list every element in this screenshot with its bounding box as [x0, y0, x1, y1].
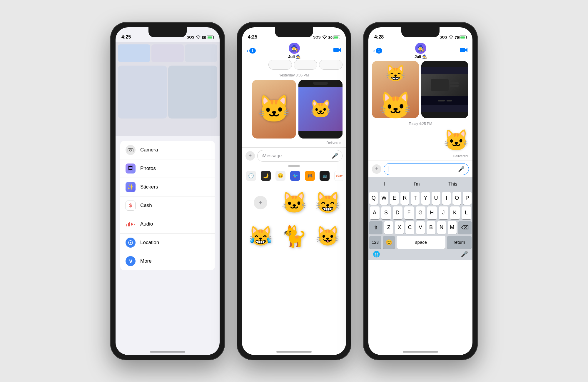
- key-r[interactable]: R: [400, 192, 409, 205]
- menu-item-more[interactable]: ∨ More: [120, 252, 215, 270]
- add-attachment-btn-2[interactable]: +: [245, 151, 255, 161]
- key-v[interactable]: V: [416, 221, 425, 234]
- menu-item-photos[interactable]: 🖼 Photos: [120, 159, 215, 178]
- dictation-icon-3[interactable]: 🎤: [461, 251, 468, 258]
- camera-label: Camera: [140, 147, 158, 153]
- phone-1: 4:25 SOS 80: [110, 22, 225, 360]
- app-icon-tv[interactable]: 📺: [320, 171, 330, 181]
- key-row-2: A S D F G H J K L: [369, 206, 472, 219]
- key-u[interactable]: U: [432, 192, 440, 205]
- key-d[interactable]: D: [393, 206, 402, 219]
- key-l[interactable]: L: [462, 206, 471, 219]
- sticker-cat-5[interactable]: 😺: [311, 220, 344, 252]
- key-return[interactable]: return: [447, 236, 472, 249]
- chevron-left-2: ‹: [247, 47, 249, 55]
- sticker-plus-btn-2[interactable]: +: [244, 186, 277, 219]
- keyboard-bottom-bar: 🌐 🎤: [369, 249, 472, 259]
- p3-cat-sticker-overlay: 🐱: [379, 90, 412, 121]
- svg-rect-6: [131, 223, 132, 226]
- key-s[interactable]: S: [381, 206, 391, 219]
- app-icon-game[interactable]: 🎮: [305, 171, 315, 181]
- back-button-3[interactable]: ‹ 1: [373, 47, 382, 55]
- status-time-1: 4:25: [121, 34, 131, 40]
- key-row-bottom: 123 😊 space return: [369, 236, 472, 249]
- key-f[interactable]: F: [404, 206, 414, 219]
- key-w[interactable]: W: [380, 192, 388, 205]
- contact-avatar-2[interactable]: 🧙‍♀️: [289, 43, 300, 54]
- sticker-cat-1[interactable]: 🐱: [278, 186, 310, 219]
- key-g[interactable]: G: [416, 206, 425, 219]
- phone-screenshot-msg: 🐱: [298, 80, 343, 139]
- key-t[interactable]: T: [411, 192, 420, 205]
- key-123[interactable]: 123: [369, 236, 381, 249]
- nav-bar-2: ‹ 1 🧙‍♀️ Juli 🧙‍♀️: [242, 42, 346, 60]
- notch-3: [401, 27, 440, 37]
- key-b[interactable]: B: [427, 221, 435, 234]
- key-h[interactable]: H: [427, 206, 437, 219]
- video-call-btn-2[interactable]: [333, 47, 341, 55]
- phone-3-screen: 4:28 SOS 79: [368, 27, 472, 355]
- scroll-pill-2: [288, 165, 300, 167]
- app-icon-periscope[interactable]: 🐦: [290, 171, 300, 181]
- sent-sticker-cat: 🐱: [443, 128, 469, 152]
- cash-icon: $: [126, 201, 136, 211]
- menu-item-audio[interactable]: Audio: [120, 215, 215, 233]
- app-icon-moon[interactable]: 🌙: [261, 171, 271, 181]
- message-pills: [242, 60, 346, 71]
- home-indicator-1: [150, 351, 185, 353]
- key-m[interactable]: M: [448, 221, 457, 234]
- imessage-input-3[interactable]: 🎤: [384, 163, 469, 175]
- key-a[interactable]: A: [370, 206, 380, 219]
- location-icon: [126, 238, 136, 248]
- today-label-3: Today 4:25 PM: [368, 122, 472, 126]
- battery-pct-1: 80: [202, 35, 206, 40]
- key-shift[interactable]: ⇧: [369, 221, 382, 234]
- add-attachment-btn-3[interactable]: +: [372, 164, 381, 174]
- sent-sticker-3: 🐱: [368, 128, 472, 152]
- key-k[interactable]: K: [450, 206, 460, 219]
- suggestions-row-3: I I'm This: [369, 180, 472, 190]
- cash-label: Cash: [140, 203, 152, 208]
- contact-avatar-3[interactable]: 🧙‍♀️: [415, 43, 426, 54]
- suggestion-im[interactable]: I'm: [410, 181, 423, 187]
- notch-2: [275, 27, 313, 37]
- video-call-btn-3[interactable]: [460, 47, 468, 55]
- app-icon-recent[interactable]: 🕐: [246, 171, 256, 181]
- cat-photo-msg: 🐱: [252, 80, 296, 139]
- globe-icon-3[interactable]: 🌐: [373, 251, 380, 258]
- menu-item-stickers[interactable]: ✨ Stickers: [120, 178, 215, 196]
- sos-label-1: SOS: [187, 35, 194, 39]
- key-y[interactable]: Y: [421, 192, 430, 205]
- svg-point-10: [130, 242, 131, 243]
- menu-item-camera[interactable]: Camera: [120, 141, 215, 159]
- key-z[interactable]: Z: [384, 221, 393, 234]
- key-emoji[interactable]: 😊: [383, 236, 395, 249]
- phone-2: 4:25 SOS 80: [237, 22, 351, 360]
- menu-item-location[interactable]: Location: [120, 233, 215, 252]
- suggestion-this[interactable]: This: [445, 181, 461, 187]
- app-icon-emoji[interactable]: 😊: [275, 171, 285, 181]
- key-c[interactable]: C: [405, 221, 414, 234]
- sticker-cat-4[interactable]: 🐈: [278, 220, 310, 252]
- svg-rect-5: [129, 222, 130, 226]
- key-o[interactable]: O: [452, 192, 461, 205]
- imessage-input-2[interactable]: iMessage 🎤: [257, 150, 343, 162]
- key-x[interactable]: X: [395, 221, 404, 234]
- sticker-cat-3[interactable]: 😹: [244, 220, 277, 252]
- key-j[interactable]: J: [439, 206, 448, 219]
- imessage-bar-2: + iMessage 🎤: [242, 147, 346, 164]
- app-icon-ebay[interactable]: ebay: [334, 171, 344, 181]
- key-e[interactable]: E: [390, 192, 399, 205]
- menu-item-cash[interactable]: $ Cash: [120, 196, 215, 215]
- key-p[interactable]: P: [463, 192, 472, 205]
- key-q[interactable]: Q: [369, 192, 378, 205]
- key-n[interactable]: N: [437, 221, 446, 234]
- key-space[interactable]: space: [397, 236, 445, 249]
- back-button-2[interactable]: ‹ 1: [247, 47, 256, 55]
- key-backspace[interactable]: ⌫: [458, 221, 472, 234]
- delivered-2: Delivered: [242, 141, 346, 145]
- suggestion-i[interactable]: I: [380, 181, 388, 187]
- key-i[interactable]: I: [442, 192, 451, 205]
- sticker-cat-2[interactable]: 😸: [311, 186, 344, 219]
- more-label: More: [140, 258, 152, 264]
